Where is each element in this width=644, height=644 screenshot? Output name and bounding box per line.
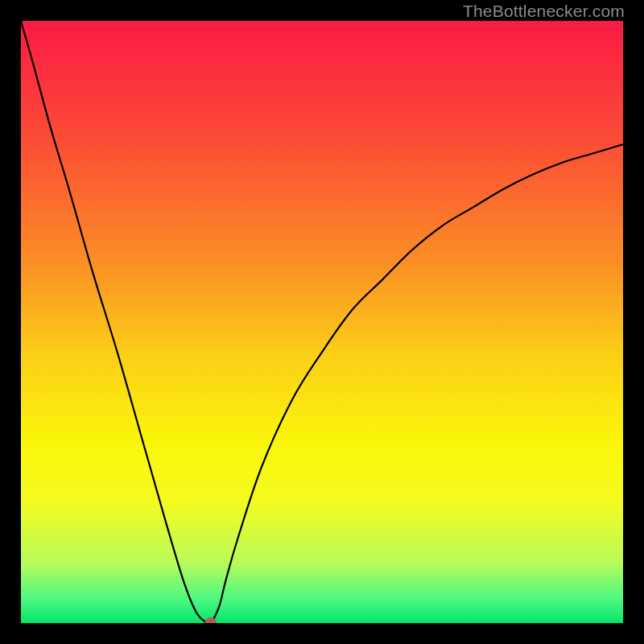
- plot-area: [21, 21, 623, 623]
- chart-svg: [21, 21, 623, 623]
- gradient-background: [21, 21, 623, 623]
- chart-frame: TheBottlenecker.com: [0, 0, 644, 644]
- source-attribution-label: TheBottlenecker.com: [463, 2, 625, 21]
